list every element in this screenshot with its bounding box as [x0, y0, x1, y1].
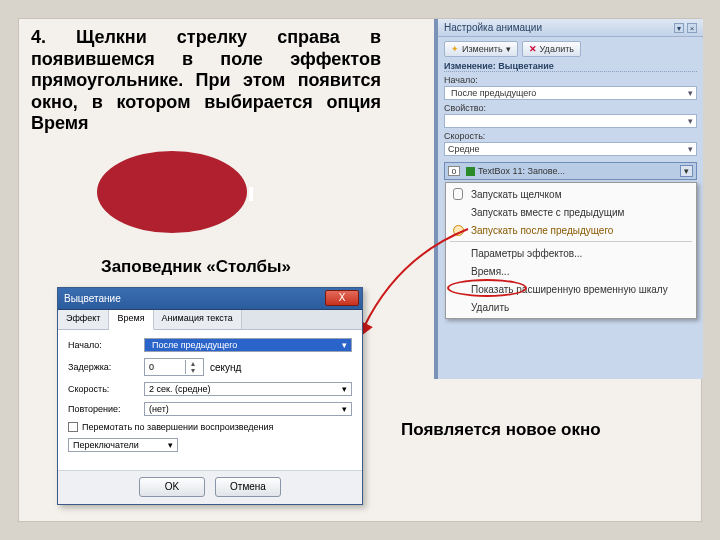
- dlg-repeat-select[interactable]: (нет) ▾: [144, 402, 352, 416]
- instruction-text: 4. Щелкни стрелку справа в появившемся в…: [31, 27, 381, 135]
- remove-x-icon: ✕: [529, 44, 537, 54]
- effect-name: TextBox 11: Запове...: [478, 166, 565, 176]
- dlg-delay-input[interactable]: 0 ▴▾: [144, 358, 204, 376]
- dlg-start-label: Начало:: [68, 340, 138, 350]
- change-effect-label: Изменить: [462, 44, 503, 54]
- cancel-button[interactable]: Отмена: [215, 477, 281, 497]
- pane-close-icon[interactable]: ×: [687, 23, 697, 33]
- effect-section-title: Изменение: Выцветание: [444, 61, 697, 72]
- ctx-effect-options[interactable]: Параметры эффектов...: [446, 244, 696, 262]
- dialog-tabs: Эффект Время Анимация текста: [58, 310, 362, 330]
- bottom-caption: Появляется новое окно: [401, 420, 601, 440]
- dlg-speed-value: 2 сек. (средне): [149, 384, 210, 394]
- chevron-down-icon: ▾: [342, 384, 347, 394]
- property-label: Свойство:: [444, 103, 697, 113]
- start-select[interactable]: После предыдущего ▾: [444, 86, 697, 100]
- dlg-repeat-value: (нет): [149, 404, 169, 414]
- pane-dropdown-icon[interactable]: ▾: [674, 23, 684, 33]
- chevron-down-icon: ▾: [688, 144, 693, 154]
- speed-value: Средне: [448, 144, 480, 154]
- dlg-repeat-label: Повторение:: [68, 404, 138, 414]
- speed-label: Скорость:: [444, 131, 697, 141]
- triggers-button[interactable]: Переключатели ▾: [68, 438, 178, 452]
- start-value: После предыдущего: [451, 88, 536, 98]
- remove-effect-button[interactable]: ✕ Удалить: [522, 41, 581, 57]
- rewind-checkbox[interactable]: Перемотать по завершении воспроизведения: [68, 422, 352, 432]
- ok-button[interactable]: OK: [139, 477, 205, 497]
- dlg-delay-value: 0: [149, 362, 154, 372]
- ctx-start-on-click[interactable]: Запускать щелчком: [446, 185, 696, 203]
- subtitle-text: Заповедник «Столбы»: [101, 257, 291, 277]
- dlg-start-value: После предыдущего: [152, 340, 237, 350]
- ctx-delete[interactable]: Удалить: [446, 298, 696, 316]
- ctx-label: Параметры эффектов...: [471, 248, 582, 259]
- rewind-label: Перемотать по завершении воспроизведения: [82, 422, 273, 432]
- chevron-down-icon: ▾: [688, 116, 693, 126]
- tab-timing[interactable]: Время: [109, 310, 153, 330]
- chevron-down-icon: ▾: [168, 440, 173, 450]
- property-select[interactable]: ▾: [444, 114, 697, 128]
- clock-icon: [453, 225, 464, 236]
- chevron-down-icon: ▾: [342, 404, 347, 414]
- ctx-start-after-prev[interactable]: Запускать после предыдущего: [446, 221, 696, 239]
- mouse-icon: [453, 188, 463, 200]
- red-callout-shape: [97, 151, 247, 233]
- tab-effect[interactable]: Эффект: [58, 310, 109, 329]
- dlg-start-select[interactable]: После предыдущего ▾: [144, 338, 352, 352]
- effect-context-menu: Запускать щелчком Запускать вместе с пре…: [445, 182, 697, 319]
- ctx-label: Запускать щелчком: [471, 189, 562, 200]
- dlg-delay-unit: секунд: [210, 362, 241, 373]
- dialog-titlebar: Выцветание X: [58, 288, 362, 310]
- effect-order: 0: [448, 166, 460, 176]
- remove-effect-label: Удалить: [540, 44, 574, 54]
- ctx-start-with-prev[interactable]: Запускать вместе с предыдущим: [446, 203, 696, 221]
- change-effect-button[interactable]: ✦ Изменить ▾: [444, 41, 518, 57]
- effect-list-item[interactable]: 0 TextBox 11: Запове... ▾: [444, 162, 697, 180]
- ctx-label: Показать расширенную временную шкалу: [471, 284, 668, 295]
- dlg-speed-label: Скорость:: [68, 384, 138, 394]
- dlg-delay-label: Задержка:: [68, 362, 138, 372]
- speed-select[interactable]: Средне ▾: [444, 142, 697, 156]
- ctx-timing[interactable]: Время...: [446, 262, 696, 280]
- ctx-label: Запускать вместе с предыдущим: [471, 207, 625, 218]
- dialog-title: Выцветание: [64, 293, 121, 304]
- star-icon: ✦: [451, 44, 459, 54]
- timing-dialog: Выцветание X Эффект Время Анимация текст…: [57, 287, 363, 505]
- effect-dropdown-arrow[interactable]: ▾: [680, 165, 693, 177]
- ctx-show-timeline[interactable]: Показать расширенную временную шкалу: [446, 280, 696, 298]
- effect-type-icon: [466, 167, 475, 176]
- close-button[interactable]: X: [325, 290, 359, 306]
- chevron-down-icon: ▾: [342, 340, 347, 350]
- slide-canvas: 4. Щелкни стрелку справа в появившемся в…: [18, 18, 702, 522]
- animation-pane-titlebar: Настройка анимации ▾ ×: [438, 19, 703, 37]
- checkbox-box: [68, 422, 78, 432]
- triggers-label: Переключатели: [73, 440, 139, 450]
- chevron-down-icon: ▾: [506, 44, 511, 54]
- chevron-down-icon: ▾: [688, 88, 693, 98]
- ctx-label: Удалить: [471, 302, 509, 313]
- ctx-label: Запускать после предыдущего: [471, 225, 613, 236]
- ctx-label: Время...: [471, 266, 509, 277]
- spinner-icon[interactable]: ▴▾: [185, 360, 199, 374]
- tab-text-animation[interactable]: Анимация текста: [154, 310, 242, 329]
- menu-separator: [450, 241, 692, 242]
- animation-pane-title: Настройка анимации: [444, 22, 542, 33]
- dlg-speed-select[interactable]: 2 сек. (средне) ▾: [144, 382, 352, 396]
- start-label: Начало:: [444, 75, 697, 85]
